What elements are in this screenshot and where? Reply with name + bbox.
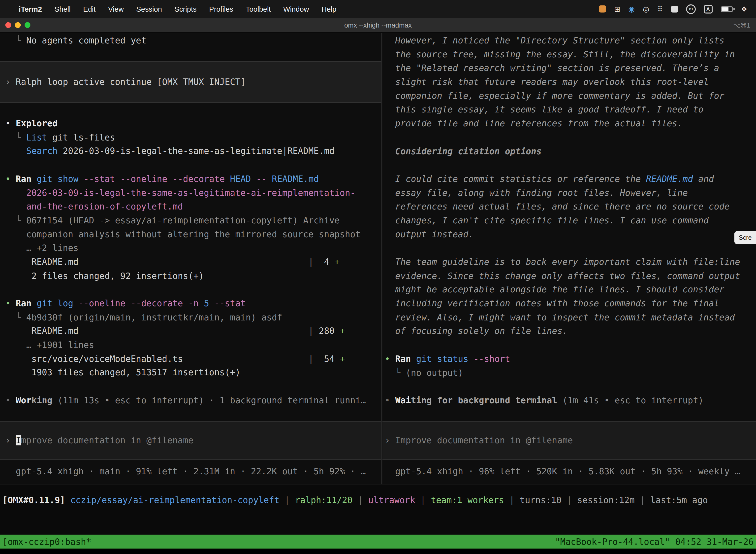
terminal-line: • Explored — [5, 117, 381, 131]
menu-item-scripts[interactable]: Scripts — [168, 5, 203, 13]
text-segment — [468, 354, 474, 364]
text-segment: the source tree, missing the essay. Stil… — [385, 49, 735, 59]
text-segment — [5, 146, 26, 156]
text-segment — [78, 173, 83, 184]
terminal-line: [OMX#0.11.9] cczip/essay/ai-reimplementa… — [2, 494, 756, 508]
menu-item-profiles[interactable]: Profiles — [203, 5, 240, 13]
text-segment — [32, 298, 37, 308]
screen: iTerm2ShellEditViewSessionScriptsProfile… — [0, 0, 756, 554]
terminal-line: Search 2026-03-09-is-legal-the-same-as-l… — [5, 145, 381, 158]
text-segment: The team guideline is to back every impo… — [385, 257, 740, 267]
battery-icon[interactable] — [720, 6, 733, 12]
terminal-line: gpt-5.4 xhigh · 96% left · 520K in · 5.8… — [385, 465, 756, 479]
text-segment: └ — [5, 312, 26, 322]
text-segment: List — [26, 132, 47, 142]
terminal-line: • Waiting for background terminal (1m 41… — [385, 394, 756, 407]
window-title: omx --xhigh --madmax — [0, 21, 756, 29]
text-segment: README.md — [5, 257, 78, 267]
text-segment: 54 — [314, 353, 339, 364]
screen-recording-indicator[interactable] — [599, 5, 606, 12]
terminal-line: review. Also, I might want to inspect th… — [385, 311, 756, 324]
menu-item-window[interactable]: Window — [277, 5, 315, 13]
spaces-grid-icon[interactable]: ⊞ — [614, 4, 620, 13]
terminal-line: Considering citation options — [385, 145, 756, 158]
terminal-line: › Improve documentation in @filename — [385, 434, 756, 448]
text-segment: [OMX#0.11.9] — [2, 495, 65, 505]
text-segment: 4b9d30f (origin/main, instructkr/main, m… — [26, 312, 282, 322]
text-segment — [267, 173, 272, 184]
menu-item-toolbelt[interactable]: Toolbelt — [240, 5, 277, 13]
terminal-line: gpt-5.4 xhigh · main · 91% left · 2.31M … — [5, 465, 381, 479]
tmux-host-clock: "MacBook-Pro-44.local" 04:52 31-Mar-26 — [555, 537, 754, 547]
text-segment: companion analysis without altering the … — [5, 229, 361, 239]
text-segment: of focusing solely on file lines. — [385, 326, 567, 336]
tmux-session-label: [omx-cczip0:bash* — [2, 537, 91, 547]
terminal-line: README.md | 280 + — [5, 324, 381, 338]
text-segment: 1903 files changed, 513517 insertions(+) — [5, 367, 240, 378]
window-title-bar: omx --xhigh --madmax ⌥⌘1 — [0, 18, 756, 33]
menu-items: iTerm2ShellEditViewSessionScriptsProfile… — [13, 5, 343, 13]
prompt-input-left[interactable]: › Improve documentation in @filename — [0, 421, 381, 460]
left-terminal-pane[interactable]: └ No agents completed yet › Ralph loop a… — [0, 33, 381, 484]
terminal-line: companion file, especially if more comme… — [385, 89, 756, 103]
dots-grid-icon[interactable]: ⠿ — [657, 4, 663, 13]
prompt-input-right[interactable]: › Improve documentation in @filename — [382, 422, 756, 460]
text-segment — [65, 495, 70, 505]
text-segment: ultrawork — [368, 495, 415, 505]
app-icon-blue[interactable]: ◉ — [629, 4, 635, 13]
menu-item-edit[interactable]: Edit — [77, 5, 102, 13]
text-segment: Ran — [395, 354, 411, 364]
terminal-line: evidence. Since this change only affects… — [385, 269, 756, 283]
terminal-line: including verification notes with those … — [385, 297, 756, 311]
text-segment: slight risk that future readers may over… — [385, 77, 709, 87]
text-segment: | — [562, 495, 577, 505]
text-segment: evidence. Since this change only affects… — [385, 271, 740, 281]
terminal-line: 2026-03-09-is-legal-the-same-as-legitima… — [5, 186, 381, 200]
terminal-line: I could cite commit statistics or refere… — [385, 172, 756, 186]
menu-item-view[interactable]: View — [102, 5, 130, 13]
screen-overlay-tab[interactable]: Scre — [735, 231, 756, 244]
window-shortcut-hint: ⌥⌘1 — [733, 21, 756, 29]
bottom-strip — [0, 549, 756, 554]
right-pane-status-line: gpt-5.4 xhigh · 96% left · 520K in · 5.8… — [385, 465, 756, 479]
app-icon-circle[interactable]: ◎ — [643, 4, 649, 13]
text-segment: I — [16, 435, 21, 446]
text-segment — [32, 173, 37, 184]
left-pane-body-lines: • Explored └ List git ls-files Search 20… — [5, 103, 381, 422]
menu-item-iterm2[interactable]: iTerm2 — [13, 5, 48, 13]
text-segment: └ — [385, 367, 405, 378]
terminal-line: of focusing solely on file lines. — [385, 324, 756, 338]
control-center-icon[interactable]: ❖ — [741, 4, 747, 13]
menu-item-session[interactable]: Session — [130, 5, 168, 13]
zoom-window-button[interactable] — [24, 22, 30, 28]
right-terminal-pane[interactable]: However, I noticed the "Directory Struct… — [382, 33, 756, 484]
text-segment: | — [78, 326, 314, 336]
text-segment: └ — [5, 215, 26, 225]
terminal-line — [385, 407, 756, 422]
text-segment: 2 files changed, 92 insertions(+) — [5, 271, 204, 281]
input-source-icon[interactable]: A — [704, 4, 712, 13]
terminal-line: └ List git ls-files — [5, 130, 381, 145]
terminal-line — [385, 338, 756, 352]
text-segment: ting for background terminal — [411, 395, 557, 405]
text-segment: (11m 13s • esc to interrupt) · 1 backgro… — [52, 395, 366, 405]
terminal-line: However, I noticed the "Directory Struct… — [385, 34, 756, 48]
menu-item-help[interactable]: Help — [315, 5, 343, 13]
menu-item-shell[interactable]: Shell — [48, 5, 77, 13]
terminal-panes: └ No agents completed yet › Ralph loop a… — [0, 33, 756, 484]
text-segment: the "Related research writing" section i… — [385, 63, 719, 73]
terminal-line: src/voice/voiceModeEnabled.ts | 54 + — [5, 352, 381, 366]
battery-gauge-icon[interactable]: .61 — [686, 4, 695, 14]
text-segment: | — [183, 353, 314, 364]
text-segment: | — [415, 495, 431, 505]
text-segment: review. Also, I might want to inspect th… — [385, 312, 735, 322]
terminal-line: └ 067f154 (HEAD -> essay/ai-reimplementa… — [5, 214, 381, 228]
text-segment: (1m 41s • esc to interrupt) — [557, 395, 703, 405]
minimize-window-button[interactable] — [15, 22, 20, 28]
text-segment: 2026-03-09-is-legal-the-same-as-legitima… — [58, 146, 334, 156]
text-segment — [251, 173, 256, 184]
key-app-icon[interactable] — [671, 5, 678, 12]
close-window-button[interactable] — [5, 22, 11, 28]
text-segment: provide file and line references from th… — [385, 118, 683, 128]
text-segment: turns:10 — [520, 495, 562, 505]
